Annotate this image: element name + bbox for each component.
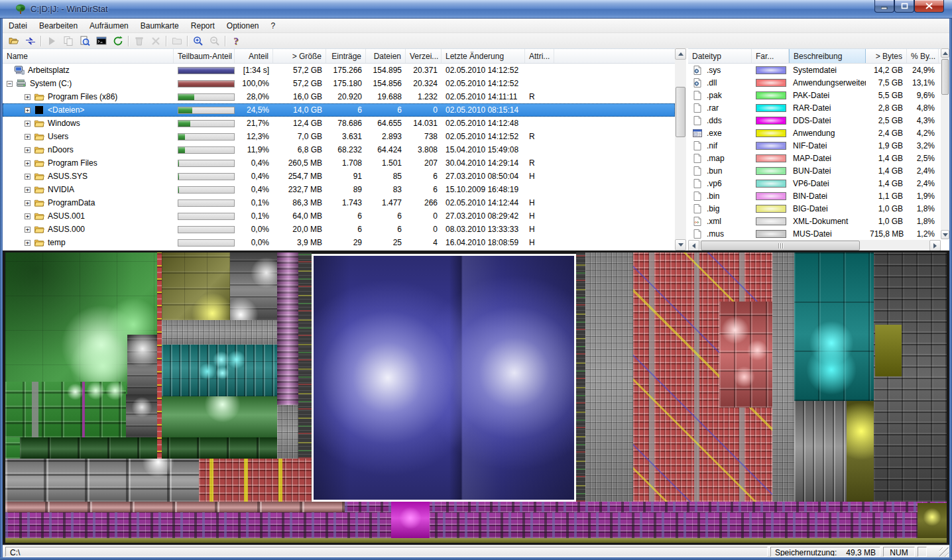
menu-item-aufrumen[interactable]: Aufräumen xyxy=(84,20,135,32)
treemap-region-orchid-col[interactable] xyxy=(277,252,300,405)
restore-button[interactable] xyxy=(894,0,914,13)
treemap-region-green-mosaic[interactable] xyxy=(5,382,126,437)
collapse-toggle[interactable]: − xyxy=(7,81,13,87)
treemap-region-gray-small[interactable] xyxy=(162,320,278,345)
directory-row[interactable]: Arbeitsplatz[1:34 s]57,2 GB175.266154.89… xyxy=(3,64,675,77)
extension-list-vertical-scrollbar[interactable] xyxy=(941,48,949,239)
expand-toggle[interactable]: + xyxy=(25,121,30,127)
dir-column-header[interactable]: > Größe xyxy=(273,49,326,63)
treemap-region-red-thin[interactable] xyxy=(157,252,162,459)
expand-toggle[interactable]: + xyxy=(25,107,30,113)
dir-column-header[interactable]: Attri... xyxy=(525,49,554,63)
open-folder-button[interactable] xyxy=(5,33,22,49)
treemap-region-salmon-row[interactable] xyxy=(5,502,345,512)
treemap[interactable] xyxy=(3,251,949,545)
menu-item-optionen[interactable]: Optionen xyxy=(221,20,265,32)
directory-row[interactable]: +Windows21,7%12,4 GB78.68664.65514.03102… xyxy=(3,117,675,130)
dir-column-header[interactable]: Einträge xyxy=(326,49,366,63)
treemap-region-olive-strip[interactable] xyxy=(5,538,947,543)
treemap-region-magenta-mosaic[interactable] xyxy=(345,502,947,512)
directory-row[interactable]: +<Dateien>24,5%14,0 GB66002.05.2010 08:1… xyxy=(3,103,675,117)
ext-column-header[interactable]: Far... xyxy=(752,49,789,63)
scroll-down-button[interactable] xyxy=(675,239,686,251)
expand-toggle[interactable]: + xyxy=(25,200,30,206)
expand-toggle[interactable]: + xyxy=(25,240,30,246)
expand-toggle[interactable]: + xyxy=(25,160,30,166)
treemap-region-yellow-glow[interactable] xyxy=(918,503,947,538)
treemap-region-gray-dark-mosaic[interactable] xyxy=(874,252,947,502)
treemap-region-olive-block2[interactable] xyxy=(875,325,902,376)
extension-row[interactable]: .rarRAR-Datei2,8 GB4,8% xyxy=(688,101,941,114)
extension-row[interactable]: .binBIN-Datei1,1 GB1,9% xyxy=(688,190,941,202)
scroll-thumb[interactable] xyxy=(676,87,685,137)
treemap-region-teal-big[interactable] xyxy=(794,252,875,401)
treemap-region-magenta-bright[interactable] xyxy=(391,502,430,538)
extension-row[interactable]: .sysSystemdatei14,2 GB24,9% xyxy=(688,64,941,76)
treemap-region-gray-cushions[interactable] xyxy=(5,459,199,502)
minimize-button[interactable] xyxy=(874,0,894,13)
scroll-thumb[interactable] xyxy=(701,241,860,251)
extension-row[interactable]: .ddsDDS-Datei2,5 GB4,3% xyxy=(688,114,941,127)
menu-item-?[interactable]: ? xyxy=(265,20,282,32)
dir-column-header[interactable]: Anteil xyxy=(235,49,273,63)
zoom-in-button[interactable] xyxy=(190,33,206,49)
expand-toggle[interactable]: + xyxy=(25,213,30,219)
ext-column-header[interactable]: Beschreibung xyxy=(789,49,866,63)
menu-item-datei[interactable]: Datei xyxy=(3,20,33,32)
scroll-thumb[interactable] xyxy=(941,59,949,95)
treemap-region-magenta-mosaic[interactable] xyxy=(5,512,947,538)
refresh-all-button[interactable] xyxy=(22,33,38,49)
menu-item-baumkarte[interactable]: Baumkarte xyxy=(135,20,185,32)
extension-row[interactable]: .vp6VP6-Datei1,4 GB2,4% xyxy=(688,177,941,190)
extension-row[interactable]: .pakPAK-Datei5,5 GB9,6% xyxy=(688,89,941,101)
expand-toggle[interactable]: + xyxy=(25,187,30,193)
scroll-right-button[interactable] xyxy=(929,240,941,251)
close-button[interactable] xyxy=(914,0,944,13)
treemap-selected-region[interactable] xyxy=(312,254,576,502)
expand-toggle[interactable]: + xyxy=(25,227,30,233)
command-prompt-button[interactable] xyxy=(93,33,109,49)
directory-row[interactable]: +ASUS.SYS0,4%254,7 MB9185627.03.2010 08:… xyxy=(3,170,675,183)
scroll-left-button[interactable] xyxy=(688,240,699,251)
treemap-region-gray-small[interactable] xyxy=(585,252,634,502)
treemap-region-dark-green[interactable] xyxy=(20,437,312,459)
directory-row[interactable]: +ASUS.0010,1%64,0 MB66027.03.2010 08:29:… xyxy=(3,209,675,223)
help-button[interactable]: ?? xyxy=(227,33,244,49)
directory-row[interactable]: +temp0,0%3,9 MB2925416.04.2010 18:08:59H xyxy=(3,236,675,249)
scroll-up-button[interactable] xyxy=(941,48,949,58)
dir-column-header[interactable]: Name xyxy=(3,49,174,63)
treemap-region-green-cushion[interactable] xyxy=(162,396,278,437)
show-in-explorer-button[interactable] xyxy=(76,33,93,49)
ext-column-header[interactable]: Dateityp xyxy=(688,49,752,63)
treemap-region-gray-block[interactable] xyxy=(230,252,278,320)
directory-row[interactable]: +NVIDIA0,4%232,7 MB8983615.10.2009 16:48… xyxy=(3,183,675,196)
treemap-region-yellow-glow[interactable] xyxy=(847,401,876,502)
menu-item-report[interactable]: Report xyxy=(185,20,221,32)
directory-row[interactable]: +nDoors11,9%6,8 GB68.23264.4243.80815.04… xyxy=(3,143,675,156)
treemap-region-green-mosaic[interactable] xyxy=(5,437,20,459)
directory-row[interactable]: +ASUS.0000,0%20,0 MB66008.03.2010 13:33:… xyxy=(3,223,675,236)
dir-column-header[interactable]: Dateien xyxy=(366,49,406,63)
scroll-down-button[interactable] xyxy=(941,230,949,239)
expand-toggle[interactable]: + xyxy=(25,134,30,140)
treemap-region-gray-cushions2[interactable] xyxy=(794,401,848,502)
dir-column-header[interactable]: Verzei... xyxy=(406,49,442,63)
refresh-selected-button[interactable] xyxy=(109,33,126,49)
treemap-region-red-yellow-mosaic[interactable] xyxy=(199,459,312,502)
treemap-region-gray-block[interactable] xyxy=(127,335,158,399)
extension-list-horizontal-scrollbar[interactable] xyxy=(688,240,941,251)
extension-row[interactable]: .exeAnwendung2,4 GB4,2% xyxy=(688,127,941,139)
menu-item-bearbeiten[interactable]: Bearbeiten xyxy=(33,20,84,32)
ext-column-header[interactable]: > Bytes xyxy=(866,49,907,63)
extension-row[interactable]: .nifNIF-Datei1,9 GB3,2% xyxy=(688,139,941,152)
treemap-region-dark-mosaic[interactable] xyxy=(298,252,312,459)
treemap-region-teal-band[interactable] xyxy=(162,345,278,396)
expand-toggle[interactable]: + xyxy=(25,94,30,100)
directory-row[interactable]: +ProgramData0,1%86,3 MB1.7431.47726602.0… xyxy=(3,196,675,209)
resize-grip[interactable] xyxy=(939,547,949,557)
treemap-region-gray-small[interactable] xyxy=(277,405,300,459)
dir-column-header[interactable]: Letzte Änderung xyxy=(442,49,525,63)
extension-row[interactable]: .xmlXML-Dokument1,0 GB1,8% xyxy=(688,215,941,227)
extension-row[interactable]: .bigBIG-Datei1,0 GB1,8% xyxy=(688,202,941,215)
scroll-up-button[interactable] xyxy=(675,48,686,60)
